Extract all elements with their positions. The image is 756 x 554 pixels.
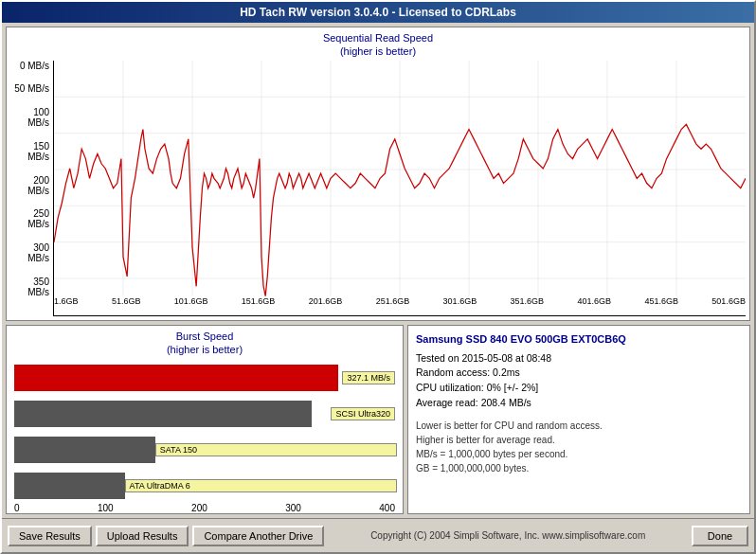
info-avg-read: Average read: 208.4 MB/s	[416, 396, 742, 411]
main-window: HD Tach RW version 3.0.4.0 - Licensed to…	[0, 0, 756, 554]
info-note1: Lower is better for CPU and random acces…	[416, 419, 742, 433]
burst-bar-label-drive: 327.1 MB/s	[342, 371, 395, 384]
info-panel: Samsung SSD 840 EVO 500GB EXT0CB6Q Teste…	[407, 325, 750, 514]
burst-bar-sata-fill	[14, 437, 155, 463]
info-cpu: CPU utilization: 0% [+/- 2%]	[416, 381, 742, 396]
burst-bar-row-ata: ATA UltraDMA 6	[14, 473, 395, 499]
burst-bar-sata: SATA 150	[14, 437, 395, 463]
info-panel-title: Samsung SSD 840 EVO 500GB EXT0CB6Q	[416, 331, 742, 348]
bottom-section: Burst Speed (higher is better) 327.1 MB/…	[6, 325, 750, 514]
burst-bar-scsi: SCSI Ultra320	[14, 401, 395, 427]
footer: Save Results Upload Results Compare Anot…	[2, 518, 754, 552]
window-title: HD Tach RW version 3.0.4.0 - Licensed to…	[240, 6, 516, 19]
info-note2: Higher is better for average read.	[416, 433, 742, 447]
upload-results-button[interactable]: Upload Results	[96, 526, 189, 546]
burst-title: Burst Speed (higher is better)	[14, 330, 395, 357]
footer-copyright: Copyright (C) 2004 Simpli Software, Inc.…	[328, 530, 688, 541]
burst-bar-label-sata: SATA 150	[155, 443, 397, 456]
y-axis: 350 MB/s 300 MB/s 250 MB/s 200 MB/s 150 …	[10, 61, 53, 316]
burst-bar-label-scsi: SCSI Ultra320	[331, 407, 395, 420]
info-note3: MB/s = 1,000,000 bytes per second.	[416, 447, 742, 461]
sequential-graph-panel: Sequential Read Speed (higher is better)…	[6, 27, 750, 321]
title-bar: HD Tach RW version 3.0.4.0 - Licensed to…	[2, 2, 754, 23]
sequential-chart-svg	[54, 61, 746, 315]
sequential-graph-title: Sequential Read Speed (higher is better)	[10, 31, 746, 59]
done-button[interactable]: Done	[692, 526, 748, 546]
burst-bar-label-ata: ATA UltraDMA 6	[125, 479, 397, 492]
sequential-chart-container: 1.6GB 51.6GB 101.6GB 151.6GB 201.6GB 251…	[53, 61, 746, 316]
info-random-access: Random access: 0.2ms	[416, 366, 742, 381]
burst-panel: Burst Speed (higher is better) 327.1 MB/…	[6, 325, 404, 514]
info-divider: Lower is better for CPU and random acces…	[416, 419, 742, 475]
content-area: Sequential Read Speed (higher is better)…	[2, 23, 754, 518]
burst-bar-ata-fill	[14, 473, 125, 499]
burst-x-axis: 0 100 200 300 400	[14, 503, 395, 513]
info-note4: GB = 1,000,000,000 bytes.	[416, 461, 742, 475]
sequential-graph-area: 350 MB/s 300 MB/s 250 MB/s 200 MB/s 150 …	[10, 61, 746, 316]
burst-bar-red	[14, 365, 338, 391]
burst-bar-ata: ATA UltraDMA 6	[14, 473, 395, 499]
burst-bar-row-sata: SATA 150	[14, 437, 395, 463]
compare-drive-button[interactable]: Compare Another Drive	[192, 526, 324, 546]
burst-chart-area: 327.1 MB/s SCSI Ultra320	[14, 365, 395, 499]
info-tested: Tested on 2015-05-08 at 08:48	[416, 351, 742, 366]
x-axis: 1.6GB 51.6GB 101.6GB 151.6GB 201.6GB 251…	[54, 296, 746, 315]
burst-bar-drive: 327.1 MB/s	[14, 365, 395, 391]
burst-bar-row-scsi: SCSI Ultra320	[14, 401, 395, 427]
burst-bar-row-drive: 327.1 MB/s	[14, 365, 395, 391]
save-results-button[interactable]: Save Results	[8, 526, 92, 546]
burst-bar-scsi-fill	[14, 401, 312, 427]
